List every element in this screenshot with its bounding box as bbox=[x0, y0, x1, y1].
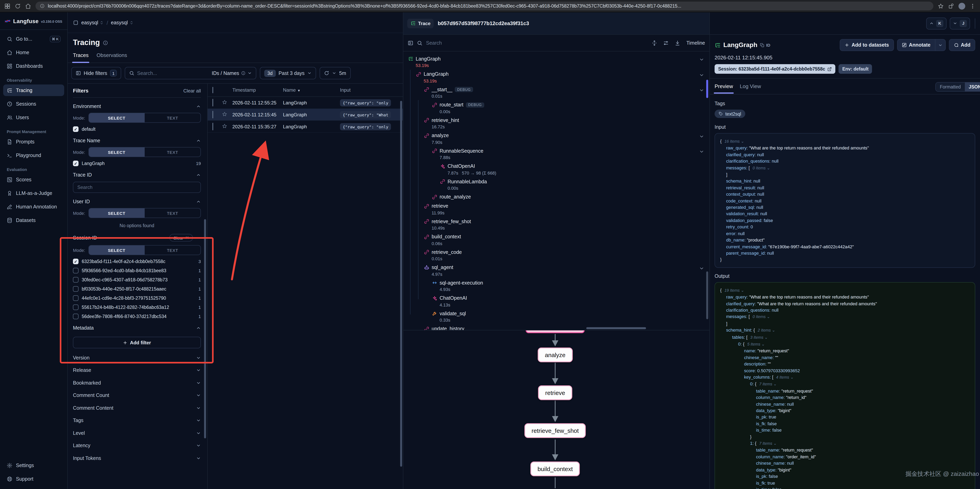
column-name[interactable]: Name▼ bbox=[283, 87, 340, 93]
mode-text[interactable]: TEXT bbox=[145, 113, 200, 123]
star-icon[interactable] bbox=[222, 123, 227, 129]
sidebar-item[interactable]: Tracing bbox=[3, 84, 64, 96]
trace-tree-row[interactable]: RunnableSequence 7.88s bbox=[403, 146, 710, 162]
table-row[interactable]: 2026-02-11 12:15:45 LangGraph {"raw_quer… bbox=[208, 109, 403, 121]
menu-dots-icon[interactable] bbox=[970, 3, 975, 9]
sidebar-item[interactable]: Evaluation bbox=[3, 163, 64, 173]
sidebar-item[interactable]: Observability bbox=[3, 74, 64, 84]
trace-search-input[interactable]: Search... IDs / Names bbox=[125, 67, 256, 79]
sidebar-item[interactable]: Support bbox=[3, 473, 64, 484]
add-comment-button[interactable]: Add bbox=[949, 39, 975, 51]
formatted-toggle[interactable]: Formatted bbox=[936, 83, 965, 91]
mode-select[interactable]: SELECT bbox=[89, 209, 145, 218]
table-row[interactable]: 2026-02-11 15:35:27 LangGraph {"raw_quer… bbox=[208, 121, 403, 133]
refresh-icon[interactable] bbox=[15, 3, 21, 9]
graph-node[interactable]: build_context bbox=[530, 462, 580, 476]
checkbox[interactable] bbox=[73, 268, 78, 273]
graph-node[interactable]: retrieve bbox=[538, 385, 572, 400]
filter-option[interactable]: LangGraph 19 bbox=[73, 161, 201, 166]
tree-horizontal-scrollbar[interactable] bbox=[586, 327, 646, 329]
home-icon[interactable] bbox=[25, 3, 31, 9]
collapse-toggle[interactable]: 7 Items bbox=[759, 441, 777, 446]
project-switcher[interactable]: easysql bbox=[111, 20, 134, 25]
filter-section-collapsed[interactable]: Latency bbox=[73, 440, 201, 452]
table-row[interactable]: 2026-02-11 12:55:25 LangGraph {"raw_quer… bbox=[208, 97, 403, 109]
filter-section-collapsed[interactable]: Bookmarked bbox=[73, 377, 201, 389]
checkbox[interactable] bbox=[73, 161, 78, 166]
session-id-option[interactable]: 44efc0e1-cd9e-4c28-bbf3-279751525790 1 bbox=[73, 295, 201, 301]
collapse-toggle[interactable]: 7 Items bbox=[759, 382, 777, 386]
chevron-up-icon[interactable] bbox=[196, 104, 201, 109]
main-scrollbar[interactable] bbox=[400, 101, 402, 467]
session-id-option[interactable]: 5f936566-92ed-4cd0-bfab-84cb181bee83 1 bbox=[73, 268, 201, 273]
tree-scrollbar[interactable] bbox=[706, 271, 708, 319]
mode-select[interactable]: SELECT bbox=[89, 113, 145, 123]
mode-text[interactable]: TEXT bbox=[145, 147, 200, 157]
unfold-icon[interactable] bbox=[652, 40, 657, 46]
trace-tree-row[interactable]: retrieve_hint 16.72s bbox=[403, 116, 710, 131]
add-to-datasets-button[interactable]: Add to datasets bbox=[840, 39, 894, 51]
trace-tree-row[interactable]: __start__ DEBUG 0.01s bbox=[403, 85, 710, 100]
tab[interactable]: Preview bbox=[714, 83, 733, 93]
trace-tree-row[interactable]: retrieve 11.99s bbox=[403, 201, 710, 217]
json-toggle[interactable]: JSON bbox=[965, 83, 980, 91]
trace-tree-row[interactable]: retrieve_few_shot 10.49s bbox=[403, 217, 710, 232]
session-id-option[interactable]: 56dee3fe-7808-4f66-8740-37d217dbc534 1 bbox=[73, 314, 201, 319]
date-range-picker[interactable]: 3d Past 3 days bbox=[260, 67, 316, 79]
avatar[interactable] bbox=[958, 3, 965, 10]
graph-node[interactable]: analyze bbox=[538, 347, 573, 362]
trace-tree-row[interactable]: ChatOpenAI 7.87s 570 → 98 (Σ 668) bbox=[403, 162, 710, 177]
info-icon[interactable] bbox=[40, 3, 45, 8]
trace-tree-row[interactable]: analyze 7.90s bbox=[403, 131, 710, 146]
grid-icon[interactable] bbox=[5, 3, 10, 9]
collapse-toggle[interactable]: 0 Items bbox=[752, 315, 770, 319]
trace-tree-row[interactable]: LangGraph 53.19s bbox=[403, 54, 710, 70]
mode-select[interactable]: SELECT bbox=[89, 245, 145, 255]
chevron-up-icon[interactable] bbox=[196, 172, 201, 177]
nav-up-button[interactable]: K bbox=[926, 18, 947, 29]
checkbox[interactable] bbox=[73, 126, 78, 132]
column-timestamp[interactable]: Timestamp bbox=[232, 87, 283, 93]
download-icon[interactable] bbox=[675, 40, 680, 46]
trace-tree-row[interactable]: LangGraph 53.19s bbox=[403, 70, 710, 85]
mode-text[interactable]: TEXT bbox=[145, 209, 200, 218]
sidebar-item[interactable]: Prompt Management bbox=[3, 125, 64, 135]
tab[interactable]: Observations bbox=[97, 52, 127, 62]
filter-section-collapsed[interactable]: Tags bbox=[73, 414, 201, 427]
org-switcher[interactable]: easysql bbox=[81, 20, 104, 25]
chevron-down-icon[interactable] bbox=[699, 134, 704, 139]
tree-search-input[interactable]: Search bbox=[426, 40, 442, 46]
chevron-down-icon[interactable] bbox=[699, 57, 704, 62]
session-link[interactable]: Session: 6323ba5d-f111-4e0f-a2c4-dcbb0eb… bbox=[714, 64, 835, 74]
sidebar-item[interactable]: Prompts bbox=[3, 136, 64, 147]
trace-tree-row[interactable]: update_history bbox=[403, 324, 710, 330]
chevron-down-icon[interactable] bbox=[699, 266, 704, 271]
search-scope-select[interactable]: IDs / Names bbox=[212, 70, 252, 76]
graph-node[interactable]: retrieve_few_shot bbox=[525, 423, 586, 438]
sidebar-item[interactable]: Users bbox=[3, 111, 64, 123]
clear-all-button[interactable]: Clear all bbox=[183, 88, 201, 94]
sidebar-item[interactable]: Go to... ⌘ K bbox=[3, 33, 64, 45]
checkbox[interactable] bbox=[73, 286, 78, 292]
sidebar-item[interactable]: Datasets bbox=[3, 214, 64, 226]
star-icon[interactable] bbox=[222, 111, 227, 116]
tab[interactable]: Log View bbox=[740, 83, 761, 93]
select-all-checkbox[interactable] bbox=[212, 87, 213, 93]
row-checkbox[interactable] bbox=[212, 99, 213, 106]
collapse-toggle[interactable]: 16 Items bbox=[724, 139, 744, 143]
trace-tree-row[interactable]: RunnableLambda 0.00s bbox=[403, 177, 710, 192]
copy-id-button[interactable]: ID bbox=[760, 43, 770, 48]
sidebar-item[interactable]: Human Annotation bbox=[3, 201, 64, 212]
chevron-down-icon[interactable] bbox=[699, 149, 704, 154]
nav-down-button[interactable]: J bbox=[950, 18, 970, 29]
trace-tree-row[interactable]: route_start DEBUG 0.00s bbox=[403, 100, 710, 116]
tag-pill[interactable]: text2sql bbox=[714, 110, 745, 118]
filter-section-collapsed[interactable]: Input Tokens bbox=[73, 452, 201, 465]
sidebar-item[interactable]: Home bbox=[3, 47, 64, 58]
url-bar[interactable]: localhost:4000/project/cml376b700006n006… bbox=[35, 2, 933, 10]
collapse-toggle[interactable]: 0 Items bbox=[752, 166, 770, 170]
sidebar-item[interactable]: Playground bbox=[3, 150, 64, 161]
filter-option[interactable]: default bbox=[73, 126, 201, 132]
chevron-up-icon[interactable] bbox=[196, 138, 201, 143]
add-filter-button[interactable]: Add filter bbox=[73, 337, 201, 348]
